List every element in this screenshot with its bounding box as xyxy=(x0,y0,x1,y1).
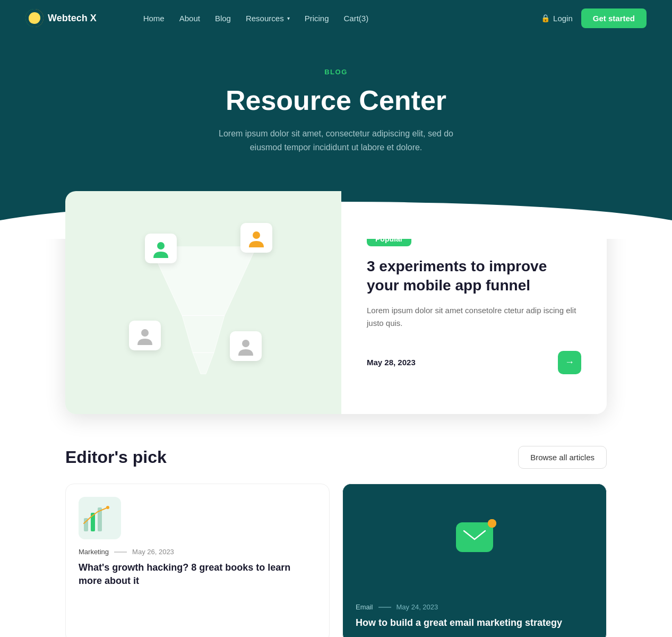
nav-cart[interactable]: Cart(3) xyxy=(344,14,369,23)
funnel-illustration xyxy=(118,218,288,388)
notification-dot xyxy=(488,519,496,528)
article-card-1: Marketing May 26, 2023 What's growth hac… xyxy=(65,484,330,637)
lock-icon: 🔒 xyxy=(541,14,550,22)
article-card-2: Email May 24, 2023 How to build a great … xyxy=(342,484,607,637)
nav-home[interactable]: Home xyxy=(143,14,165,23)
svg-point-6 xyxy=(141,329,149,337)
nav-links: Home About Blog Resources ▾ Pricing Cart… xyxy=(118,0,394,36)
featured-excerpt: Lorem ipsum dolor sit amet consetolre ct… xyxy=(367,304,581,330)
person-icon-green xyxy=(151,239,170,258)
svg-point-4 xyxy=(157,242,165,249)
logo-text: Webtech X xyxy=(48,13,97,24)
nav-about[interactable]: About xyxy=(179,14,200,23)
svg-rect-12 xyxy=(463,529,486,546)
editors-header: Editor's pick Browse all articles xyxy=(65,446,607,469)
article-card-1-inner: Marketing May 26, 2023 What's growth hac… xyxy=(66,484,329,600)
article-card-2-inner: Email May 24, 2023 How to build a great … xyxy=(343,590,606,637)
article-category-1: Marketing xyxy=(79,548,109,556)
meta-divider-1 xyxy=(114,552,127,553)
articles-row: Marketing May 26, 2023 What's growth hac… xyxy=(65,484,607,637)
login-button[interactable]: 🔒 Login xyxy=(541,14,573,23)
svg-point-7 xyxy=(242,340,249,347)
nav-blog[interactable]: Blog xyxy=(215,14,231,23)
email-icon xyxy=(456,522,493,552)
avatar-card-2 xyxy=(240,223,272,253)
article-title-1: What's growth hacking? 8 great books to … xyxy=(79,561,316,588)
featured-arrow-button[interactable]: → xyxy=(558,351,581,374)
article-category-2: Email xyxy=(356,603,373,611)
featured-image xyxy=(65,191,341,414)
nav-right: 🔒 Login Get started xyxy=(541,8,647,28)
editors-section: Editor's pick Browse all articles Mar xyxy=(55,446,617,637)
avatar-card-4 xyxy=(230,331,262,361)
svg-point-11 xyxy=(106,506,109,509)
article-date-2: May 24, 2023 xyxy=(397,603,438,611)
article-title-2: How to build a great email marketing str… xyxy=(356,616,593,630)
article-date-1: May 26, 2023 xyxy=(132,548,174,556)
svg-point-1 xyxy=(29,14,36,23)
envelope-icon xyxy=(463,529,486,546)
featured-title: 3 experiments to improve your mobile app… xyxy=(367,257,581,296)
hero-title: Resource Center xyxy=(11,84,661,116)
chevron-down-icon: ▾ xyxy=(287,15,290,21)
nav-resources[interactable]: Resources ▾ xyxy=(246,14,290,23)
featured-footer: May 28, 2023 → xyxy=(367,351,581,374)
funnel-shape xyxy=(145,247,262,387)
avatar-card-3 xyxy=(129,321,161,350)
person-icon-gray-2 xyxy=(236,337,255,356)
article-thumb-1 xyxy=(79,497,121,539)
featured-date: May 28, 2023 xyxy=(367,358,416,367)
article-meta-1: Marketing May 26, 2023 xyxy=(79,548,316,556)
get-started-button[interactable]: Get started xyxy=(581,8,647,28)
logo-svg xyxy=(25,9,44,27)
svg-point-3 xyxy=(32,15,37,21)
person-icon-orange xyxy=(247,228,266,247)
svg-point-2 xyxy=(33,13,40,22)
logo-link[interactable]: Webtech X xyxy=(25,9,97,27)
svg-point-5 xyxy=(253,231,260,239)
dark-card-thumb xyxy=(343,484,606,590)
nav-left: Webtech X Home About Blog Resources ▾ Pr… xyxy=(25,0,394,36)
svg-point-0 xyxy=(25,9,44,27)
browse-all-button[interactable]: Browse all articles xyxy=(518,446,607,469)
hero-subtitle: Lorem ipsum dolor sit amet, consectetur … xyxy=(203,127,469,154)
chart-icon xyxy=(81,502,118,534)
hero-eyebrow: BLOG xyxy=(11,68,661,76)
person-icon-gray-1 xyxy=(135,326,154,345)
editors-title: Editor's pick xyxy=(65,447,167,467)
email-icon-wrap xyxy=(456,522,493,552)
funnel-svg xyxy=(145,247,262,385)
logo-icon xyxy=(25,9,44,27)
avatar-card-1 xyxy=(145,234,177,263)
nav-pricing[interactable]: Pricing xyxy=(305,14,329,23)
meta-divider-2 xyxy=(378,607,391,608)
article-meta-2: Email May 24, 2023 xyxy=(356,603,593,611)
navbar: Webtech X Home About Blog Resources ▾ Pr… xyxy=(0,0,672,36)
arrow-right-icon: → xyxy=(565,357,574,368)
